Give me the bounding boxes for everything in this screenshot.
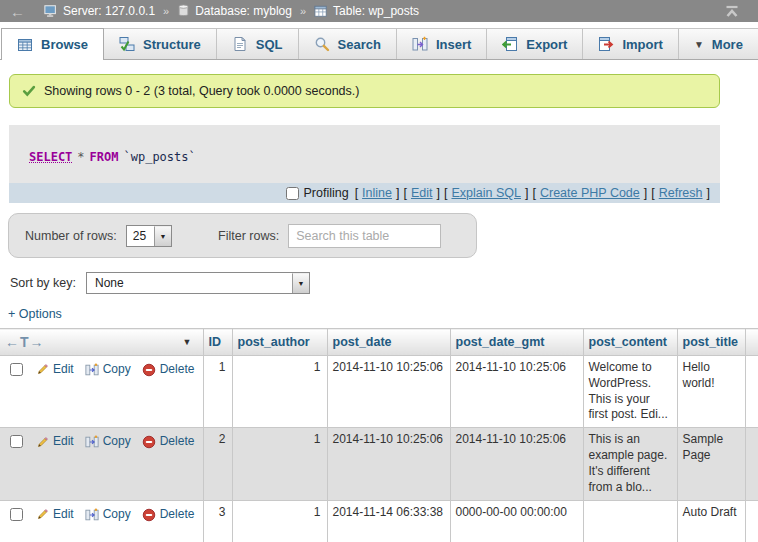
edit-row-link[interactable]: Edit [36,362,74,378]
bracket: ] [437,186,440,200]
edit-query-link[interactable]: Edit [411,186,433,200]
row-actions-cell: Edit Copy Delete [0,428,203,500]
cell-id: 1 [203,356,232,428]
tab-browse-label: Browse [41,37,88,52]
tab-structure[interactable]: Structure [103,28,217,59]
edit-row-link[interactable]: Edit [36,507,74,523]
copy-icon [85,508,99,522]
results-table: ←T→ ▼ ID post_author post_date post_date… [0,328,758,542]
column-header-cutoff [745,329,758,356]
copy-label: Copy [103,507,131,523]
delete-row-link[interactable]: Delete [142,434,195,450]
breadcrumb-separator: » [163,5,169,17]
dropdown-arrow-icon: ▼ [292,273,309,293]
inline-link[interactable]: Inline [362,186,392,200]
bracket: [ [532,186,535,200]
copy-row-link[interactable]: Copy [85,362,131,378]
cell-cutoff [745,356,758,428]
table-icon [314,5,328,18]
breadcrumb-server[interactable]: Server: 127.0.0.1 [63,4,155,18]
number-of-rows-select[interactable]: 25 ▼ [126,225,172,247]
column-header-post-author[interactable]: post_author [232,329,327,356]
sql-keyword-from: FROM [90,150,119,164]
delete-row-link[interactable]: Delete [142,362,195,378]
table-row: Edit Copy Delete 3 1 2014-11-14 06:33:38… [0,500,758,542]
breadcrumb-database[interactable]: Database: myblog [195,4,292,18]
server-icon [44,4,58,18]
sql-star: * [77,150,84,164]
edit-label: Edit [53,434,74,450]
sql-icon [232,36,248,52]
row-controls-box: Number of rows: 25 ▼ Filter rows: [8,213,477,258]
success-message: Showing rows 0 - 2 (3 total, Query took … [9,74,720,108]
bracket: ] [707,186,710,200]
create-php-code-link[interactable]: Create PHP Code [540,186,640,200]
copy-icon [85,435,99,449]
column-header-post-title[interactable]: post_title [677,329,745,356]
copy-label: Copy [103,434,131,450]
sort-by-key-label: Sort by key: [10,276,76,290]
tab-more[interactable]: ▼ More [678,28,758,59]
sql-table-identifier: `wp_posts` [124,150,196,164]
refresh-link[interactable]: Refresh [659,186,703,200]
cell-post-author: 1 [232,428,327,500]
tab-sql[interactable]: SQL [216,28,299,59]
sort-indicator-icon[interactable]: ▼ [183,337,192,347]
delete-label: Delete [160,362,195,378]
row-select-checkbox[interactable] [10,508,23,521]
success-message-text: Showing rows 0 - 2 (3 total, Query took … [44,84,359,98]
delete-icon [142,435,156,449]
collapse-panel-icon[interactable] [724,5,740,18]
bracket: ] [396,186,399,200]
query-box: SELECT*FROM`wp_posts` Profiling [Inline]… [9,125,720,203]
sql-keyword-select: SELECT [29,150,72,164]
success-check-icon [22,84,36,98]
tab-browse[interactable]: Browse [1,28,104,60]
pencil-icon [36,508,49,521]
cell-post-date: 2014-11-10 10:25:06 [327,428,450,500]
copy-row-link[interactable]: Copy [85,434,131,450]
tab-insert[interactable]: Insert [396,28,487,59]
sort-by-key-select[interactable]: None ▼ [86,272,310,294]
delete-row-link[interactable]: Delete [142,507,195,523]
pencil-icon [36,436,49,449]
column-header-id[interactable]: ID [203,329,232,356]
cell-post-content: Welcome to WordPress. This is your first… [583,356,677,428]
column-header-post-content[interactable]: post_content [583,329,677,356]
tab-import[interactable]: Import [582,28,678,59]
tab-export[interactable]: Export [486,28,583,59]
cell-cutoff [745,428,758,500]
edit-label: Edit [53,362,74,378]
copy-row-link[interactable]: Copy [85,507,131,523]
bracket: ] [525,186,528,200]
edit-row-link[interactable]: Edit [36,434,74,450]
filter-rows-input[interactable] [288,224,441,248]
breadcrumb-table[interactable]: Table: wp_posts [333,4,419,18]
browse-icon [17,37,33,53]
column-header-post-date-gmt[interactable]: post_date_gmt [450,329,583,356]
column-nav-arrows-icon[interactable]: ←T→ [5,334,45,350]
row-select-checkbox[interactable] [10,435,23,448]
tab-search-label: Search [338,37,381,52]
cell-id: 2 [203,428,232,500]
tab-search[interactable]: Search [298,28,397,59]
cell-post-date-gmt: 0000-00-00 00:00:00 [450,500,583,542]
profiling-checkbox[interactable] [286,187,299,200]
explain-sql-link[interactable]: Explain SQL [451,186,520,200]
delete-icon [142,508,156,522]
row-select-checkbox[interactable] [10,363,23,376]
delete-label: Delete [160,434,195,450]
cell-post-author: 1 [232,356,327,428]
back-arrow-icon[interactable]: ← [10,4,25,19]
number-of-rows-label: Number of rows: [25,229,117,243]
cell-post-content: This is an example page. It's different … [583,428,677,500]
insert-icon [412,36,428,52]
options-toggle-link[interactable]: + Options [8,307,758,321]
cell-post-date: 2014-11-10 10:25:06 [327,356,450,428]
tab-export-label: Export [526,37,567,52]
delete-label: Delete [160,507,195,523]
sort-row: Sort by key: None ▼ [10,272,758,294]
copy-label: Copy [103,362,131,378]
column-header-post-date[interactable]: post_date [327,329,450,356]
tab-bar: Browse Structure SQL Search Insert Expor… [0,22,758,60]
